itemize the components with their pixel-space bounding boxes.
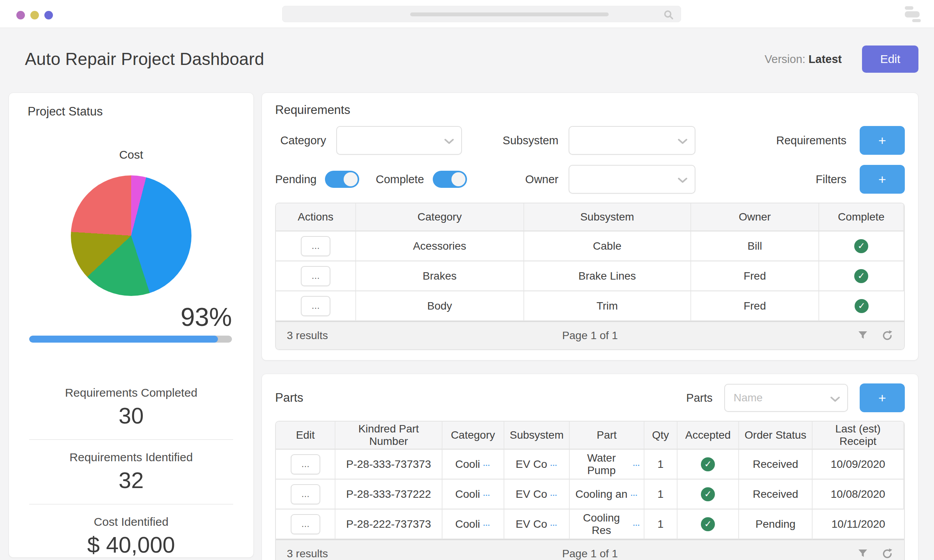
row-qty: 1 (644, 480, 678, 509)
add-requirement-button[interactable]: + (860, 126, 905, 155)
filter-funnel-icon[interactable] (857, 330, 868, 341)
edit-button[interactable]: Edit (862, 46, 918, 73)
truncation-ellipsis[interactable]: … (550, 519, 558, 528)
add-part-button[interactable]: + (860, 383, 905, 412)
row-part-number: P-28-333-737222 (335, 480, 442, 509)
column-header: Kindred Part Number (335, 422, 442, 450)
row-edit-button[interactable]: … (291, 454, 320, 474)
row-category: Brakes (356, 261, 524, 291)
subsystem-filter-label: Subsystem (462, 134, 558, 147)
traffic-light-3[interactable] (44, 11, 53, 19)
browser-search-input[interactable] (282, 6, 681, 22)
truncation-ellipsis[interactable]: … (633, 519, 641, 528)
stat-value: $ 40,000 (29, 532, 233, 558)
column-header: Subsystem (524, 203, 691, 231)
truncation-ellipsis[interactable]: … (483, 489, 491, 498)
truncation-ellipsis[interactable]: … (483, 459, 491, 468)
row-part: Cooling an… (570, 480, 644, 509)
row-part-number: P-28-333-737373 (335, 450, 442, 480)
project-status-card: Project Status Cost 93% Requirements Com… (9, 93, 254, 558)
stat-requirements-identified: Requirements Identified 32 (29, 451, 233, 493)
row-complete: ✓ (819, 231, 904, 261)
column-header: Edit (276, 422, 335, 450)
column-header: Part (570, 422, 644, 450)
add-filter-button[interactable]: + (860, 165, 905, 194)
menu-icon[interactable] (904, 6, 921, 23)
row-edit-button[interactable]: … (291, 514, 320, 534)
progress-fill (29, 336, 218, 343)
column-header: Complete (819, 203, 904, 231)
row-subsystem: Trim (524, 291, 691, 321)
row-accepted: ✓ (678, 450, 739, 480)
parts-name-select[interactable]: Name (724, 384, 848, 412)
chevron-down-icon (678, 177, 688, 185)
stat-cost-identified: Cost Identified $ 40,000 (29, 515, 233, 558)
row-order-status: Received (739, 450, 813, 480)
pending-toggle[interactable] (325, 171, 359, 188)
check-circle-icon: ✓ (701, 487, 715, 501)
version-text: Version:Latest (765, 53, 842, 66)
page-indicator: Page 1 of 1 (276, 548, 904, 560)
requirements-table: Actions Category Subsystem Owner Complet… (275, 203, 905, 350)
stat-value: 30 (29, 402, 233, 429)
table-row-actions: … (276, 231, 356, 261)
toggle-knob (451, 172, 465, 186)
row-qty: 1 (644, 509, 678, 539)
window-controls (16, 11, 53, 19)
category-filter-label: Category (275, 134, 326, 147)
page-header: Auto Repair Project Dashboard Version:La… (25, 45, 918, 73)
parts-title: Parts (275, 391, 303, 405)
stat-label: Cost Identified (29, 515, 233, 528)
truncation-ellipsis[interactable]: … (630, 489, 638, 498)
cost-chart-title: Cost (9, 148, 253, 161)
row-part-number: P-28-222-737373 (335, 509, 442, 539)
row-subsystem: Cable (524, 231, 691, 261)
row-order-status: Received (739, 480, 813, 509)
row-complete: ✓ (819, 291, 904, 321)
column-header: Order Status (739, 422, 813, 450)
subsystem-select[interactable] (569, 126, 695, 155)
truncation-ellipsis[interactable]: … (550, 489, 558, 498)
traffic-light-2[interactable] (30, 11, 39, 19)
column-header: Category (442, 422, 504, 450)
row-accepted: ✓ (678, 509, 739, 539)
category-select[interactable] (336, 126, 462, 155)
row-category: Body (356, 291, 524, 321)
owner-select[interactable] (569, 165, 695, 194)
row-actions-button[interactable]: … (301, 296, 330, 316)
row-owner: Fred (691, 291, 819, 321)
column-header: Last (est) Receipt (813, 422, 904, 450)
status-stats: Requirements Completed 30 Requirements I… (29, 386, 233, 558)
requirements-card: Requirements Category Subsystem (262, 93, 918, 360)
column-header: Owner (691, 203, 819, 231)
column-header: Category (356, 203, 524, 231)
truncation-ellipsis[interactable]: … (633, 459, 641, 468)
project-status-title: Project Status (28, 105, 253, 119)
parts-select-placeholder: Name (734, 392, 763, 404)
chevron-down-icon (444, 138, 454, 146)
column-header: Subsystem (504, 422, 570, 450)
complete-toggle[interactable] (433, 171, 467, 188)
refresh-icon[interactable] (881, 548, 893, 560)
row-part: Cooling Res… (570, 509, 644, 539)
row-actions-button[interactable]: … (301, 266, 330, 286)
requirements-filters: Category Subsystem Requirements + (275, 126, 905, 194)
progress-bar (29, 336, 232, 343)
truncation-ellipsis[interactable]: … (483, 519, 491, 528)
traffic-light-1[interactable] (16, 11, 25, 19)
row-qty: 1 (644, 450, 678, 480)
window-titlebar (0, 0, 934, 28)
filter-funnel-icon[interactable] (857, 548, 868, 559)
row-actions-button[interactable]: … (301, 236, 330, 256)
stat-label: Requirements Completed (29, 386, 233, 399)
page-title: Auto Repair Project Dashboard (25, 49, 264, 69)
row-edit-button[interactable]: … (291, 484, 320, 504)
chevron-down-icon (678, 138, 688, 146)
row-subsystem: EV Co… (504, 480, 570, 509)
row-part: Water Pump… (570, 450, 644, 480)
refresh-icon[interactable] (881, 330, 893, 341)
parts-selector-label: Parts (686, 392, 713, 404)
row-accepted: ✓ (678, 480, 739, 509)
parts-card: Parts Parts Name + Edit Kindred Part Num… (262, 374, 918, 560)
truncation-ellipsis[interactable]: … (550, 459, 558, 468)
